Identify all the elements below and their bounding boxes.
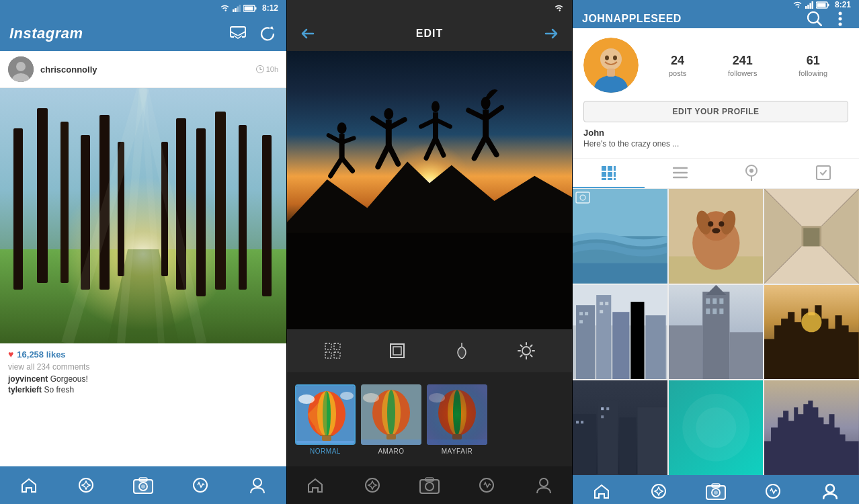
svg-rect-134 [614,166,616,171]
grid-photo-tower[interactable] [669,285,764,380]
edit-nav-home[interactable] [299,469,331,501]
svg-rect-70 [325,352,331,358]
grid-view-icon [601,165,616,180]
svg-rect-5 [255,7,256,9]
home-icon-profile [594,484,610,499]
grid-photo-dark-city[interactable] [573,380,667,475]
grid-photo-nyc[interactable] [764,380,859,475]
tab-list-view[interactable] [645,159,717,188]
svg-rect-170 [576,305,595,380]
comments-link[interactable]: view all 234 comments [8,362,278,372]
profile-nav-camera[interactable] [700,475,732,504]
home-icon-edit [307,478,323,493]
stat-followers[interactable]: 241 followers [728,54,757,77]
brightness-tool-button[interactable] [512,336,541,366]
profile-nav-profile[interactable] [814,475,846,504]
profile-icon [250,477,265,493]
edit-tools-bar [287,329,572,372]
followers-count: 241 [733,54,753,68]
feed-topbar: Instagram [0,16,286,51]
likes-count[interactable]: 16,258 likes [17,349,65,360]
status-time-profile: 8:21 [835,0,851,9]
feed-post-image [0,88,286,343]
filter-mayfair-label: MAYFAIR [442,448,473,455]
feed-panel: 8:12 Instagram [0,0,286,504]
filter-mayfair-thumb [427,384,487,445]
filter-amaro-thumb [361,384,421,445]
heart-icon: ♥ [8,349,13,360]
svg-rect-185 [669,325,702,379]
silhouette-scene [287,51,572,329]
profile-avatar[interactable] [583,38,639,93]
svg-rect-121 [817,3,825,7]
edit-profile-button[interactable]: EDIT YOUR PROFILE [583,101,848,122]
edit-nav-camera[interactable] [413,469,446,501]
inbox-button[interactable] [229,24,247,43]
nav-explore-button[interactable] [70,469,102,501]
nav-activity-button[interactable] [184,469,216,501]
profile-nav-activity[interactable] [757,475,789,504]
search-button-profile[interactable] [805,9,824,28]
home-icon [21,478,37,493]
profile-stats: 24 posts 241 followers 61 following [648,54,848,77]
svg-rect-177 [579,320,583,323]
svg-rect-20 [60,122,69,283]
overflow-menu-button[interactable] [831,9,850,28]
svg-rect-100 [361,384,421,445]
edit-nav-explore[interactable] [356,469,388,501]
svg-rect-202 [601,408,604,411]
adjust-tool-button[interactable] [318,336,347,366]
posts-count: 24 [671,54,684,68]
refresh-button[interactable] [258,24,277,43]
tiltshift-icon [456,343,468,359]
grid-photo-teal[interactable] [669,380,764,475]
edit-nav-activity[interactable] [471,469,503,501]
grid-photo-corridor[interactable] [764,189,859,284]
svg-point-129 [605,56,609,60]
commenter-1-username[interactable]: joyvincent [8,374,48,384]
tab-location-view[interactable] [716,159,788,188]
edit-bottom-nav [287,466,572,504]
filter-amaro[interactable]: AMARO [361,384,421,455]
back-button[interactable] [298,24,317,43]
tab-grid-view[interactable] [573,159,645,188]
svg-rect-2 [237,6,239,12]
edit-title: EDIT [416,28,443,40]
stat-posts[interactable]: 24 posts [669,54,686,77]
svg-rect-199 [637,408,667,475]
svg-rect-19 [37,108,48,283]
svg-point-213 [714,491,718,495]
svg-line-80 [530,355,532,356]
nav-camera-button[interactable] [127,469,159,501]
commenter-2-username[interactable]: tylerkieft [8,385,42,394]
filter-normal[interactable]: NORMAL [295,384,356,455]
svg-rect-69 [334,343,340,349]
nav-home-button[interactable] [13,469,45,501]
nav-profile-button[interactable] [241,469,274,501]
grid-photo-skyline[interactable] [764,285,859,380]
grid-photo-buildings[interactable] [573,285,667,380]
post-avatar[interactable] [8,56,34,82]
profile-icon-edit [536,477,551,493]
edit-nav-profile[interactable] [528,469,560,501]
svg-point-38 [141,485,145,489]
back-arrow-icon [300,28,315,40]
svg-rect-29 [262,135,272,296]
profile-nav-explore[interactable] [643,475,675,504]
forward-button[interactable] [542,24,561,43]
filter-mayfair[interactable]: MAYFAIR [427,384,487,455]
stat-following[interactable]: 61 following [799,54,827,77]
signal-icon [233,5,241,12]
frame-tool-button[interactable] [382,336,412,366]
grid-photo-ocean[interactable] [573,189,667,284]
profile-nav-home[interactable] [585,475,618,504]
tab-tagged-view[interactable] [788,159,860,188]
tiltshift-tool-button[interactable] [447,336,477,366]
status-bar-edit [287,0,572,16]
svg-rect-139 [608,178,612,180]
post-username[interactable]: chrisconnolly [40,65,256,75]
brightness-icon [518,342,535,360]
wifi-icon-profile [792,1,803,9]
profile-photo-grid [573,189,859,475]
grid-photo-dog[interactable] [669,189,764,284]
